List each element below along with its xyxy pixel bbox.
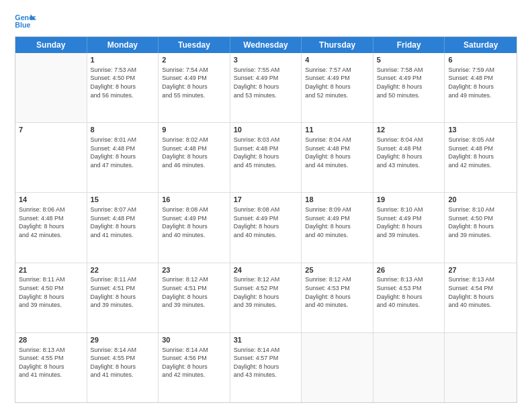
- calendar-cell: 5Sunrise: 7:58 AM Sunset: 4:49 PM Daylig…: [373, 53, 445, 122]
- calendar-cell: 25Sunrise: 8:12 AM Sunset: 4:53 PM Dayli…: [302, 263, 373, 332]
- cell-info: Sunrise: 8:13 AM Sunset: 4:54 PM Dayligh…: [448, 275, 513, 309]
- day-number: 30: [162, 335, 226, 345]
- calendar-cell: 9Sunrise: 8:02 AM Sunset: 4:48 PM Daylig…: [159, 123, 230, 192]
- logo-icon: General Blue: [15, 12, 36, 31]
- calendar-row: 1Sunrise: 7:53 AM Sunset: 4:50 PM Daylig…: [15, 53, 517, 123]
- cell-info: Sunrise: 8:02 AM Sunset: 4:48 PM Dayligh…: [162, 136, 226, 169]
- day-number: 15: [91, 195, 155, 205]
- calendar-header-cell: Saturday: [445, 37, 517, 53]
- day-number: 6: [448, 55, 513, 65]
- calendar-cell: 10Sunrise: 8:03 AM Sunset: 4:48 PM Dayli…: [230, 123, 302, 192]
- cell-info: Sunrise: 8:11 AM Sunset: 4:51 PM Dayligh…: [91, 275, 155, 309]
- day-number: 14: [19, 195, 83, 205]
- calendar-header-cell: Friday: [373, 37, 445, 53]
- calendar-cell: 30Sunrise: 8:14 AM Sunset: 4:56 PM Dayli…: [159, 333, 230, 402]
- day-number: 5: [377, 55, 441, 65]
- calendar-cell: 24Sunrise: 8:12 AM Sunset: 4:52 PM Dayli…: [230, 263, 302, 332]
- cell-info: Sunrise: 8:07 AM Sunset: 4:48 PM Dayligh…: [91, 205, 155, 239]
- calendar-cell: 11Sunrise: 8:04 AM Sunset: 4:48 PM Dayli…: [302, 123, 373, 192]
- day-number: 31: [234, 335, 298, 345]
- day-number: 19: [377, 195, 441, 205]
- cell-info: Sunrise: 8:08 AM Sunset: 4:49 PM Dayligh…: [162, 205, 226, 239]
- calendar-header-cell: Monday: [87, 37, 159, 53]
- calendar-cell: 6Sunrise: 7:59 AM Sunset: 4:48 PM Daylig…: [445, 53, 517, 122]
- calendar-cell: 14Sunrise: 8:06 AM Sunset: 4:48 PM Dayli…: [15, 193, 87, 262]
- day-number: 8: [91, 125, 155, 135]
- cell-info: Sunrise: 8:05 AM Sunset: 4:48 PM Dayligh…: [448, 136, 513, 169]
- calendar-cell: 27Sunrise: 8:13 AM Sunset: 4:54 PM Dayli…: [445, 263, 517, 332]
- calendar-cell: 29Sunrise: 8:14 AM Sunset: 4:55 PM Dayli…: [87, 333, 159, 402]
- cell-info: Sunrise: 7:55 AM Sunset: 4:49 PM Dayligh…: [234, 66, 298, 99]
- day-number: 9: [162, 125, 226, 135]
- day-number: 25: [305, 265, 369, 275]
- day-number: 12: [377, 125, 441, 135]
- calendar-header: SundayMondayTuesdayWednesdayThursdayFrid…: [15, 37, 517, 53]
- day-number: 18: [305, 195, 369, 205]
- calendar-header-cell: Tuesday: [159, 37, 230, 53]
- day-number: 3: [234, 55, 298, 65]
- calendar-cell: 21Sunrise: 8:11 AM Sunset: 4:50 PM Dayli…: [15, 263, 87, 332]
- day-number: 1: [91, 55, 155, 65]
- calendar-cell: [302, 333, 373, 402]
- calendar-header-cell: Sunday: [15, 37, 87, 53]
- cell-info: Sunrise: 8:14 AM Sunset: 4:56 PM Dayligh…: [162, 346, 226, 379]
- cell-info: Sunrise: 8:14 AM Sunset: 4:57 PM Dayligh…: [234, 346, 298, 379]
- calendar-row: 28Sunrise: 8:13 AM Sunset: 4:55 PM Dayli…: [15, 333, 517, 402]
- cell-info: Sunrise: 7:53 AM Sunset: 4:50 PM Dayligh…: [91, 66, 155, 99]
- cell-info: Sunrise: 8:13 AM Sunset: 4:55 PM Dayligh…: [19, 346, 83, 379]
- day-number: 29: [91, 335, 155, 345]
- calendar-cell: 28Sunrise: 8:13 AM Sunset: 4:55 PM Dayli…: [15, 333, 87, 402]
- cell-info: Sunrise: 7:54 AM Sunset: 4:49 PM Dayligh…: [162, 66, 226, 99]
- cell-info: Sunrise: 8:14 AM Sunset: 4:55 PM Dayligh…: [91, 346, 155, 379]
- calendar-cell: 2Sunrise: 7:54 AM Sunset: 4:49 PM Daylig…: [159, 53, 230, 122]
- day-number: 11: [305, 125, 369, 135]
- calendar-cell: [15, 53, 87, 122]
- day-number: 2: [162, 55, 226, 65]
- day-number: 21: [19, 265, 83, 275]
- cell-info: Sunrise: 8:13 AM Sunset: 4:53 PM Dayligh…: [377, 275, 441, 309]
- day-number: 7: [19, 125, 83, 135]
- logo: General Blue: [15, 12, 36, 31]
- cell-info: Sunrise: 8:12 AM Sunset: 4:51 PM Dayligh…: [162, 275, 226, 309]
- calendar-header-cell: Thursday: [302, 37, 373, 53]
- calendar-cell: 1Sunrise: 7:53 AM Sunset: 4:50 PM Daylig…: [87, 53, 159, 122]
- day-number: 23: [162, 265, 226, 275]
- calendar-cell: 19Sunrise: 8:10 AM Sunset: 4:49 PM Dayli…: [373, 193, 445, 262]
- day-number: 22: [91, 265, 155, 275]
- calendar-cell: 7: [15, 123, 87, 192]
- calendar-cell: 22Sunrise: 8:11 AM Sunset: 4:51 PM Dayli…: [87, 263, 159, 332]
- calendar-header-cell: Wednesday: [230, 37, 302, 53]
- calendar-cell: 26Sunrise: 8:13 AM Sunset: 4:53 PM Dayli…: [373, 263, 445, 332]
- calendar-body: 1Sunrise: 7:53 AM Sunset: 4:50 PM Daylig…: [15, 53, 517, 402]
- day-number: 26: [377, 265, 441, 275]
- day-number: 13: [448, 125, 513, 135]
- cell-info: Sunrise: 7:58 AM Sunset: 4:49 PM Dayligh…: [377, 66, 441, 99]
- calendar-cell: 4Sunrise: 7:57 AM Sunset: 4:49 PM Daylig…: [302, 53, 373, 122]
- calendar-cell: 12Sunrise: 8:04 AM Sunset: 4:48 PM Dayli…: [373, 123, 445, 192]
- calendar-row: 21Sunrise: 8:11 AM Sunset: 4:50 PM Dayli…: [15, 263, 517, 333]
- calendar-cell: [373, 333, 445, 402]
- day-number: 17: [234, 195, 298, 205]
- calendar-cell: 23Sunrise: 8:12 AM Sunset: 4:51 PM Dayli…: [159, 263, 230, 332]
- header: General Blue: [15, 12, 517, 31]
- day-number: 10: [234, 125, 298, 135]
- cell-info: Sunrise: 8:11 AM Sunset: 4:50 PM Dayligh…: [19, 275, 83, 309]
- svg-text:Blue: Blue: [15, 21, 30, 29]
- calendar-cell: 3Sunrise: 7:55 AM Sunset: 4:49 PM Daylig…: [230, 53, 302, 122]
- cell-info: Sunrise: 8:01 AM Sunset: 4:48 PM Dayligh…: [91, 136, 155, 169]
- cell-info: Sunrise: 8:04 AM Sunset: 4:48 PM Dayligh…: [377, 136, 441, 169]
- calendar-cell: 15Sunrise: 8:07 AM Sunset: 4:48 PM Dayli…: [87, 193, 159, 262]
- calendar-cell: 17Sunrise: 8:08 AM Sunset: 4:49 PM Dayli…: [230, 193, 302, 262]
- cell-info: Sunrise: 8:04 AM Sunset: 4:48 PM Dayligh…: [305, 136, 369, 169]
- calendar-cell: 20Sunrise: 8:10 AM Sunset: 4:50 PM Dayli…: [445, 193, 517, 262]
- calendar: SundayMondayTuesdayWednesdayThursdayFrid…: [15, 36, 517, 403]
- day-number: 16: [162, 195, 226, 205]
- cell-info: Sunrise: 8:08 AM Sunset: 4:49 PM Dayligh…: [234, 205, 298, 239]
- calendar-cell: 18Sunrise: 8:09 AM Sunset: 4:49 PM Dayli…: [302, 193, 373, 262]
- calendar-row: 14Sunrise: 8:06 AM Sunset: 4:48 PM Dayli…: [15, 193, 517, 263]
- cell-info: Sunrise: 7:57 AM Sunset: 4:49 PM Dayligh…: [305, 66, 369, 99]
- cell-info: Sunrise: 8:12 AM Sunset: 4:52 PM Dayligh…: [234, 275, 298, 309]
- calendar-cell: 16Sunrise: 8:08 AM Sunset: 4:49 PM Dayli…: [159, 193, 230, 262]
- day-number: 28: [19, 335, 83, 345]
- calendar-cell: 8Sunrise: 8:01 AM Sunset: 4:48 PM Daylig…: [87, 123, 159, 192]
